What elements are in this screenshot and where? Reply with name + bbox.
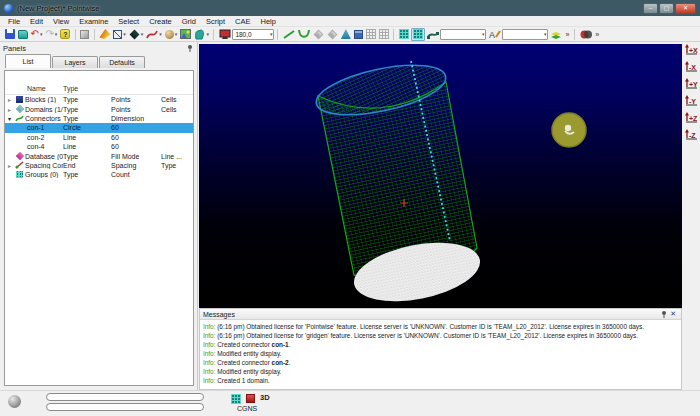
- menu-edit[interactable]: Edit: [25, 16, 48, 27]
- save-button[interactable]: [4, 28, 16, 41]
- view-minus-x-button[interactable]: -X: [683, 60, 699, 75]
- tree-row-groups[interactable]: Groups (0) Type Count: [5, 170, 193, 179]
- expander-icon[interactable]: ▸: [5, 162, 14, 169]
- grid-status-icon: [231, 394, 241, 404]
- extrude-button[interactable]: [340, 28, 352, 41]
- pin-icon[interactable]: [660, 310, 668, 318]
- svg-text:+X: +X: [689, 47, 698, 54]
- chevron-down-icon: ▾: [270, 31, 273, 37]
- grid-solve-button[interactable]: [398, 28, 410, 41]
- gray-mesh-icon: [379, 29, 389, 39]
- cae-solver-label: CGNS: [237, 405, 257, 412]
- menu-create[interactable]: Create: [144, 16, 177, 27]
- toolbar-overflow-button[interactable]: »: [593, 31, 601, 38]
- connector-create-button[interactable]: ▾: [145, 28, 163, 41]
- menu-select[interactable]: Select: [113, 16, 144, 27]
- tree-row-con-4[interactable]: con-4 Line 60: [5, 142, 193, 151]
- tree-row-blocks[interactable]: ▸ Blocks (1) Type Points Cells: [5, 95, 193, 104]
- pin-icon[interactable]: [186, 44, 194, 52]
- chevron-down-icon: ▾: [55, 31, 58, 37]
- view-mode-button[interactable]: [79, 28, 90, 41]
- menu-script[interactable]: Script: [201, 16, 230, 27]
- redo-button[interactable]: ↷▾: [44, 28, 58, 41]
- tab-defaults[interactable]: Defaults: [99, 56, 145, 68]
- undo-button[interactable]: ↶▾: [30, 28, 44, 41]
- spacing-combo[interactable]: ▾: [502, 29, 548, 40]
- close-button[interactable]: ✕: [675, 3, 696, 14]
- structured-block-button[interactable]: [365, 28, 377, 41]
- unstructured-domain-button[interactable]: [326, 28, 339, 41]
- dimension-combo[interactable]: ▾: [440, 29, 486, 40]
- teal-grid-selected-icon: [413, 29, 423, 39]
- connectors-icon: [15, 114, 24, 122]
- help-button[interactable]: ?: [59, 28, 71, 41]
- log-line: Info: (6:16 pm) Obtained license for 'gr…: [203, 331, 681, 340]
- view-plus-z-button[interactable]: +Z: [683, 111, 699, 126]
- help-icon: ?: [60, 29, 70, 39]
- menu-help[interactable]: Help: [255, 16, 280, 27]
- menu-examine[interactable]: Examine: [74, 16, 113, 27]
- minimize-button[interactable]: –: [643, 3, 658, 14]
- structured-domain-button[interactable]: [312, 28, 325, 41]
- examine-button[interactable]: [218, 28, 232, 41]
- curve-connector-button[interactable]: [297, 28, 311, 41]
- display-viewport[interactable]: [199, 44, 682, 308]
- menu-grid[interactable]: Grid: [177, 16, 201, 27]
- close-icon[interactable]: ✕: [668, 310, 678, 318]
- display-style-button[interactable]: [98, 28, 111, 41]
- assemble-block-button[interactable]: [353, 28, 364, 41]
- expander-icon[interactable]: ▾: [5, 115, 14, 122]
- svg-text:-X: -X: [689, 64, 696, 71]
- chevron-down-icon: ▾: [206, 31, 209, 37]
- menu-cae[interactable]: CAE: [230, 16, 255, 27]
- tree-row-con-2[interactable]: con-2 Line 60: [5, 133, 193, 142]
- text-pencil-icon: A: [488, 29, 501, 40]
- open-button[interactable]: [17, 28, 29, 41]
- log-line: Info: Created connector con-1.: [203, 340, 681, 349]
- toolbar-separator: [75, 29, 76, 40]
- menu-view[interactable]: View: [48, 16, 74, 27]
- toolbar-separator: [277, 29, 278, 40]
- domain-create-button[interactable]: ▾: [128, 28, 145, 41]
- view-plus-y-button[interactable]: +Y: [683, 77, 699, 92]
- status-bar: 3D CGNS: [0, 390, 700, 416]
- expander-icon[interactable]: ▸: [5, 96, 14, 103]
- tab-list[interactable]: List: [5, 54, 51, 68]
- tree-row-con-1[interactable]: con-1 Circle 60: [5, 123, 193, 132]
- tree-column-name[interactable]: Name: [27, 85, 63, 92]
- two-point-connector-button[interactable]: [282, 28, 296, 41]
- panels-sidebar: Panels List Layers Defaults Name Type ▸ …: [0, 42, 198, 390]
- layers-button[interactable]: [549, 28, 563, 41]
- maximize-button[interactable]: ▢: [659, 3, 674, 14]
- messages-log[interactable]: Info: (6:16 pm) Obtained license for 'Po…: [200, 320, 681, 385]
- panel-tabs: List Layers Defaults: [0, 54, 197, 68]
- tree-row-spacing-constraints[interactable]: ▸ Spacing Constrai... End Spacing Type: [5, 161, 193, 170]
- database-create-button[interactable]: ▾: [164, 28, 179, 41]
- mask-button[interactable]: [579, 28, 593, 41]
- transform-button[interactable]: ▾: [193, 28, 210, 41]
- menu-file[interactable]: File: [3, 16, 25, 27]
- spacing-edit-button[interactable]: A: [487, 28, 502, 41]
- progress-field: [46, 403, 204, 411]
- tree-row-domains[interactable]: ▸ Domains (1/3) Type Points Cells: [5, 104, 193, 113]
- block-create-button[interactable]: ▾: [112, 28, 127, 41]
- view-minus-y-button[interactable]: -Y: [683, 94, 699, 109]
- tab-layers[interactable]: Layers: [52, 56, 98, 68]
- image-button[interactable]: [179, 28, 192, 41]
- view-plus-x-button[interactable]: +X: [683, 43, 699, 58]
- expander-icon[interactable]: ▸: [5, 106, 14, 113]
- unstructured-block-button[interactable]: [378, 28, 390, 41]
- toolbar-overflow-button[interactable]: »: [563, 31, 571, 38]
- solver-cube-icon: [246, 394, 255, 403]
- rotation-angle-combo[interactable]: 180,0 ▾: [232, 29, 274, 40]
- view-minus-z-button[interactable]: -Z: [683, 128, 699, 143]
- tree-row-database[interactable]: Database (0) Type Fill Mode Line ...: [5, 151, 193, 160]
- gray-mesh-icon: [366, 29, 376, 39]
- dimension-button[interactable]: [426, 28, 440, 41]
- tree-header: Name Type: [5, 83, 193, 95]
- gray-diamond-icon: [327, 29, 337, 39]
- tree-row-connectors[interactable]: ▾ Connectors (1/3) Type Dimension: [5, 114, 193, 123]
- tree-column-type[interactable]: Type: [63, 85, 111, 92]
- grid-smooth-button[interactable]: [411, 28, 425, 41]
- teal-prism-icon: [341, 29, 351, 39]
